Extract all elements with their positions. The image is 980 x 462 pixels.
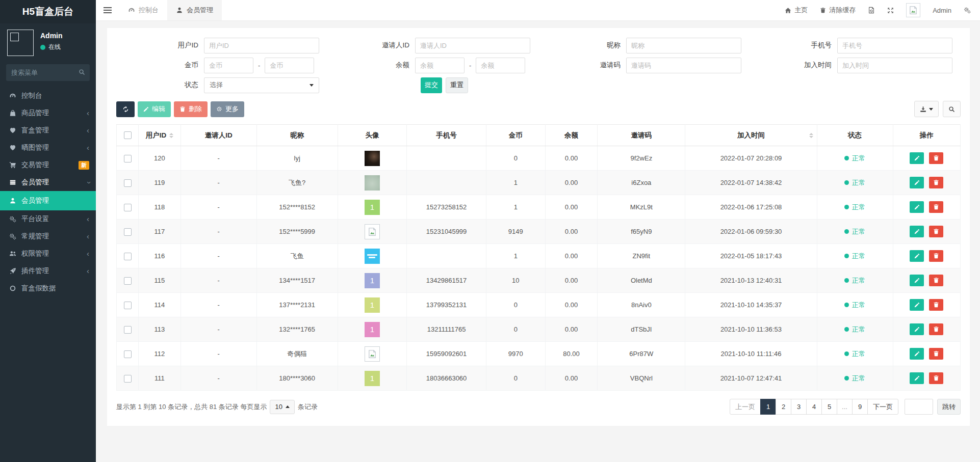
row-edit-button[interactable]: [910, 323, 924, 335]
cell-join-time: 2022-01-06 17:25:08: [685, 195, 817, 220]
page-button-1[interactable]: 1: [760, 399, 776, 415]
row-delete-button[interactable]: [929, 250, 943, 262]
sidebar-item-dashboard[interactable]: 控制台: [0, 87, 96, 104]
row-delete-button[interactable]: [929, 299, 943, 311]
cell-phone: [407, 244, 486, 268]
sidebar-item-auth[interactable]: 权限管理‹: [0, 245, 96, 262]
select-all-checkbox[interactable]: [124, 131, 132, 139]
cell-invite-code: 6Pr87W: [598, 342, 685, 366]
page-size-dropdown[interactable]: 10: [270, 400, 294, 414]
settings-gears-button[interactable]: [964, 7, 971, 14]
edit-button[interactable]: 编辑: [138, 101, 171, 117]
row-checkbox[interactable]: [124, 375, 132, 383]
home-link[interactable]: 主页: [785, 6, 808, 15]
row-delete-button[interactable]: [929, 177, 943, 188]
navbar-username[interactable]: Admin: [933, 7, 951, 14]
fullscreen-button[interactable]: [887, 7, 894, 14]
balance-min-input[interactable]: [415, 58, 465, 73]
row-checkbox[interactable]: [124, 179, 132, 187]
refresh-button[interactable]: [116, 101, 135, 117]
row-edit-button[interactable]: [910, 201, 924, 213]
row-edit-button[interactable]: [910, 226, 924, 237]
row-delete-button[interactable]: [929, 201, 943, 213]
delete-button[interactable]: 删除: [174, 101, 208, 117]
gears-icon: [964, 7, 971, 14]
jump-button[interactable]: 跳转: [937, 399, 961, 415]
col-join-time[interactable]: 加入时间: [685, 125, 817, 146]
sidebar-item-member[interactable]: 会员管理: [0, 191, 96, 210]
col-user-id[interactable]: 用户ID: [139, 125, 181, 146]
row-edit-button[interactable]: [910, 152, 924, 164]
pager: 上一页 12345...9下一页: [730, 399, 898, 415]
row-edit-button[interactable]: [910, 177, 924, 188]
row-checkbox[interactable]: [124, 350, 132, 358]
page-button-5[interactable]: 5: [821, 399, 837, 415]
row-delete-button[interactable]: [929, 372, 943, 384]
prev-page-button[interactable]: 上一页: [730, 399, 761, 415]
tab-dashboard[interactable]: 控制台: [119, 0, 167, 20]
row-delete-button[interactable]: [929, 348, 943, 360]
row-delete-button[interactable]: [929, 275, 943, 286]
row-checkbox[interactable]: [124, 155, 132, 162]
gold-min-input[interactable]: [204, 58, 253, 73]
more-button[interactable]: 更多: [211, 101, 244, 117]
inviter-id-input[interactable]: [415, 38, 530, 53]
balance-max-input[interactable]: [476, 58, 525, 73]
row-delete-button[interactable]: [929, 323, 943, 335]
sidebar-item-platform-settings[interactable]: 平台设置‹: [0, 210, 96, 228]
gold-max-input[interactable]: [265, 58, 314, 73]
avatar: [365, 346, 380, 362]
export-button[interactable]: [914, 101, 939, 117]
row-checkbox[interactable]: [124, 277, 132, 285]
sidebar-item-addons[interactable]: 插件管理‹: [0, 262, 96, 280]
toggle-search-button[interactable]: [943, 101, 961, 117]
menu-search-input[interactable]: [6, 64, 90, 81]
reset-button[interactable]: 重置: [446, 77, 468, 93]
row-checkbox[interactable]: [124, 326, 132, 334]
sidebar-item-member-group[interactable]: 会员管理‹: [0, 174, 96, 191]
invite-code-input[interactable]: [626, 58, 741, 73]
row-checkbox[interactable]: [124, 204, 132, 211]
page-button-2[interactable]: 2: [776, 399, 791, 415]
phone-input[interactable]: [837, 38, 952, 53]
sidebar-item-label: 盲盒假数据: [21, 284, 56, 293]
cell-nickname: 152****8152: [256, 195, 338, 220]
sidebar-item-goods[interactable]: 商品管理‹: [0, 104, 96, 122]
sidebar-item-photos[interactable]: 晒图管理‹: [0, 139, 96, 156]
page-button-3[interactable]: 3: [791, 399, 807, 415]
chevron-left-icon: ‹: [87, 232, 89, 240]
status-select[interactable]: 选择: [204, 77, 319, 93]
jump-page-input[interactable]: [905, 399, 933, 415]
cell-actions: [893, 366, 960, 391]
cell-nickname: 132****1765: [256, 317, 338, 342]
sidebar-item-general[interactable]: 常规管理‹: [0, 228, 96, 245]
sidebar-item-fake-data[interactable]: 盲盒假数据: [0, 280, 96, 297]
page-button-9[interactable]: 9: [852, 399, 868, 415]
cell-actions: [893, 220, 960, 244]
sidebar-item-blindbox[interactable]: 盲盒管理‹: [0, 122, 96, 139]
row-checkbox[interactable]: [124, 253, 132, 260]
next-page-button[interactable]: 下一页: [867, 399, 898, 415]
row-delete-button[interactable]: [929, 152, 943, 164]
row-checkbox[interactable]: [124, 302, 132, 309]
row-delete-button[interactable]: [929, 226, 943, 237]
nickname-input[interactable]: [626, 38, 741, 53]
row-edit-button[interactable]: [910, 275, 924, 286]
sidebar-item-trade[interactable]: 交易管理新: [0, 156, 96, 174]
cell-join-time: 2022-01-07 20:28:09: [685, 146, 817, 171]
row-edit-button[interactable]: [910, 372, 924, 384]
page-button-4[interactable]: 4: [806, 399, 822, 415]
cell-nickname: 152****5999: [256, 220, 338, 244]
row-edit-button[interactable]: [910, 299, 924, 311]
join-time-input[interactable]: [837, 58, 952, 73]
row-checkbox[interactable]: [124, 228, 132, 236]
tab-member-management[interactable]: 会员管理: [167, 0, 222, 20]
clear-cache-link[interactable]: 清除缓存: [820, 6, 856, 15]
user-id-input[interactable]: [204, 38, 319, 53]
submit-button[interactable]: 提交: [421, 77, 442, 93]
check-update-button[interactable]: [868, 7, 875, 14]
hamburger-menu-icon[interactable]: [96, 0, 119, 20]
navbar-avatar-broken-image[interactable]: [906, 3, 920, 17]
row-edit-button[interactable]: [910, 250, 924, 262]
row-edit-button[interactable]: [910, 348, 924, 360]
